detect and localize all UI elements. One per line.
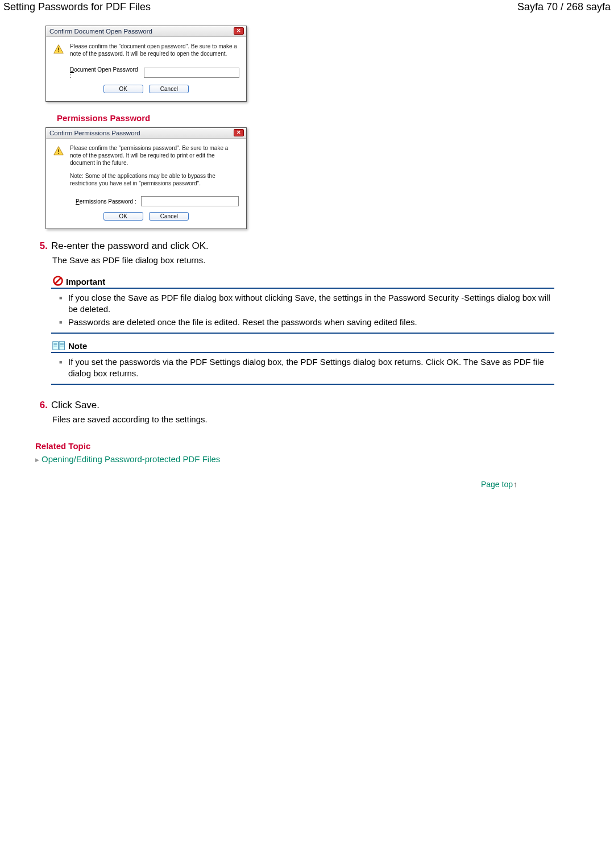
svg-rect-2 [58, 51, 59, 52]
cancel-button[interactable]: Cancel [149, 212, 189, 221]
important-item: Passwords are deleted once the file is e… [68, 317, 551, 328]
dialog-titlebar: Confirm Permissions Password ✕ [46, 128, 246, 139]
permissions-password-heading: Permissions Password [57, 113, 614, 123]
svg-rect-5 [58, 153, 59, 154]
ok-button[interactable]: OK [103, 85, 143, 93]
related-topic-link[interactable]: Opening/Editing Password-protected PDF F… [35, 454, 614, 464]
ok-button[interactable]: OK [103, 212, 143, 221]
related-topic-heading: Related Topic [35, 441, 614, 451]
warning-icon [53, 146, 64, 157]
field-label-permissions-password: Permissions Password : [76, 198, 136, 205]
svg-rect-8 [53, 342, 59, 350]
note-label: Note [68, 341, 87, 351]
warning-icon [53, 44, 64, 55]
step-number-6: 6. [34, 400, 48, 411]
note-icon [52, 340, 66, 351]
svg-rect-9 [59, 342, 65, 350]
step-text-6: Click Save. [51, 400, 99, 411]
step-number-5: 5. [34, 240, 48, 252]
dialog-titlebar: Confirm Document Open Password ✕ [46, 26, 246, 37]
important-callout: Important If you close the Save as PDF f… [51, 275, 554, 334]
step-subtext-6: Files are saved according to the setting… [52, 414, 614, 424]
step-subtext-5: The Save as PDF file dialog box returns. [52, 255, 614, 265]
close-icon[interactable]: ✕ [234, 129, 244, 136]
page-indicator: Sayfa 70 / 268 sayfa [517, 1, 611, 13]
step-text-5: Re-enter the password and click OK. [51, 240, 209, 252]
important-item: If you close the Save as PDF file dialog… [68, 292, 551, 315]
document-open-password-input[interactable] [144, 68, 239, 78]
dialog-confirm-open-password: Confirm Document Open Password ✕ Please … [45, 26, 247, 102]
close-icon[interactable]: ✕ [234, 27, 244, 35]
page-top-link[interactable]: Page top [45, 480, 517, 489]
note-item: If you set the passwords via the PDF Set… [68, 356, 551, 380]
important-icon [52, 275, 64, 286]
dialog-note: Note: Some of the applications may be ab… [70, 172, 239, 187]
dialog-confirm-permissions-password: Confirm Permissions Password ✕ Please co… [45, 127, 247, 229]
svg-rect-1 [58, 48, 59, 51]
page-title: Setting Passwords for PDF Files [3, 1, 151, 13]
dialog-title: Confirm Document Open Password [49, 28, 152, 35]
permissions-password-input[interactable] [141, 196, 239, 206]
dialog-title: Confirm Permissions Password [49, 130, 140, 136]
dialog-message: Please confirm the "document open passwo… [70, 43, 239, 57]
svg-rect-4 [58, 149, 59, 152]
important-label: Important [66, 277, 105, 286]
note-callout: Note If you set the passwords via the PD… [51, 340, 554, 385]
cancel-button[interactable]: Cancel [149, 85, 189, 93]
dialog-message: Please confirm the "permissions password… [70, 144, 239, 167]
field-label-open-password: Document Open Password : [70, 67, 139, 79]
